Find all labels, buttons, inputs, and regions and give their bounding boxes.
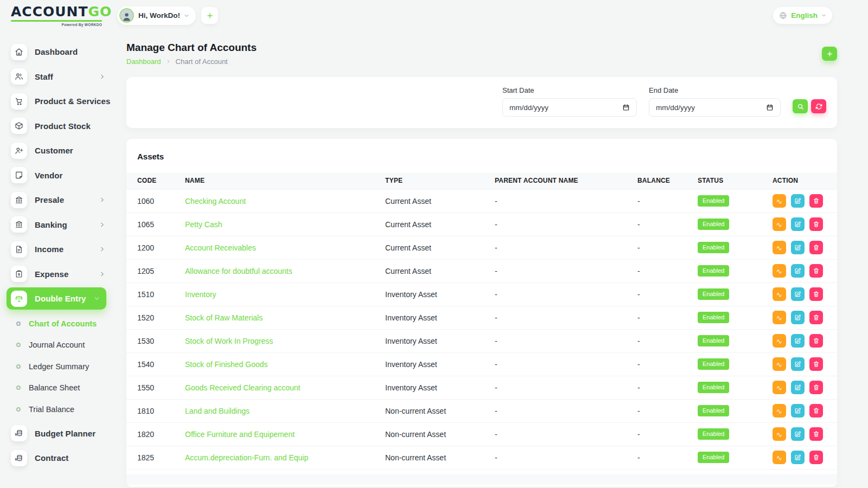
ledger-view-button[interactable]	[773, 194, 786, 208]
account-name-link[interactable]: Stock of Raw Materials	[185, 313, 263, 322]
status-badge: Enabled	[698, 382, 729, 393]
account-name-link[interactable]: Account Receivables	[185, 243, 256, 252]
sidebar-subitem[interactable]: Chart of Accounts	[0, 313, 114, 335]
bullet-icon	[16, 364, 21, 369]
wave-icon	[776, 407, 783, 414]
user-menu[interactable]: Hi, WorkDo!	[117, 7, 196, 25]
table-column-header: CODE	[126, 172, 185, 189]
end-date-input[interactable]: mm/dd/yyyy	[649, 98, 781, 117]
ledger-view-button[interactable]	[773, 311, 786, 324]
create-account-button[interactable]	[822, 47, 837, 61]
delete-button[interactable]	[809, 264, 823, 278]
sidebar-item[interactable]: Banking	[0, 213, 114, 237]
delete-button[interactable]	[809, 287, 823, 301]
calendar-icon[interactable]	[622, 104, 630, 111]
sidebar-subitem[interactable]: Trial Balance	[0, 399, 114, 420]
edit-button[interactable]	[791, 194, 805, 208]
edit-button[interactable]	[791, 264, 805, 278]
edit-button[interactable]	[791, 241, 805, 254]
delete-button[interactable]	[809, 427, 823, 441]
cell-type: Inventory Asset	[385, 329, 495, 352]
edit-button[interactable]	[791, 311, 805, 324]
sidebar-item[interactable]: Expense	[0, 262, 114, 287]
row-actions	[773, 264, 837, 278]
brand-underline	[11, 20, 102, 22]
edit-icon	[794, 337, 801, 344]
cell-parent-account: -	[495, 306, 637, 329]
delete-button[interactable]	[809, 241, 823, 254]
account-name-link[interactable]: Allowance for doubtful accounts	[185, 267, 292, 275]
cell-type: Inventory Asset	[385, 306, 495, 329]
language-selector[interactable]: English	[773, 7, 832, 24]
edit-button[interactable]	[791, 217, 805, 231]
ledger-view-button[interactable]	[773, 287, 786, 301]
delete-button[interactable]	[809, 357, 823, 371]
bullet-icon	[16, 407, 21, 412]
sidebar-item[interactable]: Presale	[0, 188, 114, 213]
account-name-link[interactable]: Inventory	[185, 290, 216, 299]
sidebar-item[interactable]: Product Stock	[0, 114, 114, 139]
sidebar-item[interactable]: Dashboard	[0, 40, 114, 65]
sidebar-item[interactable]: Income	[0, 237, 114, 262]
brand-logo[interactable]: ACCOUNTGO Powered By WORKDO	[11, 5, 102, 27]
delete-button[interactable]	[809, 334, 823, 348]
apply-filter-button[interactable]	[793, 99, 808, 113]
account-name-link[interactable]: Stock of Work In Progress	[185, 337, 273, 345]
delete-button[interactable]	[809, 451, 823, 464]
end-date-label: End Date	[649, 86, 781, 94]
chevron-down-icon	[184, 13, 189, 18]
sidebar-item[interactable]: Staff	[0, 65, 114, 89]
sidebar-item[interactable]: Product & Services	[0, 89, 114, 114]
ledger-view-button[interactable]	[773, 451, 786, 464]
delete-button[interactable]	[809, 217, 823, 231]
cell-balance: -	[637, 236, 698, 259]
edit-button[interactable]	[791, 451, 805, 464]
ledger-view-button[interactable]	[773, 241, 786, 254]
sidebar-item[interactable]: Double Entry	[7, 287, 106, 310]
wave-icon	[776, 337, 783, 344]
ledger-view-button[interactable]	[773, 357, 786, 371]
chevron-right-icon	[166, 59, 171, 64]
edit-button[interactable]	[791, 404, 805, 418]
row-actions	[773, 357, 837, 371]
delete-button[interactable]	[809, 194, 823, 208]
edit-icon	[794, 454, 801, 461]
sidebar-subitem[interactable]: Journal Account	[0, 335, 114, 356]
edit-button[interactable]	[791, 381, 805, 394]
sidebar-item[interactable]: Budget Planner	[0, 421, 114, 446]
table-column-header: ACTION	[773, 172, 837, 189]
account-name-link[interactable]: Land and Buildings	[185, 407, 250, 415]
account-name-link[interactable]: Accum.depreciation-Furn. and Equip	[185, 453, 308, 462]
sidebar-item[interactable]: Vendor	[0, 163, 114, 188]
account-name-link[interactable]: Office Furniture and Equipement	[185, 430, 295, 439]
quick-add-button[interactable]	[201, 7, 218, 24]
edit-button[interactable]	[791, 334, 805, 348]
cell-parent-account: -	[495, 446, 637, 469]
ledger-view-button[interactable]	[773, 404, 786, 418]
start-date-input[interactable]: mm/dd/yyyy	[502, 98, 637, 117]
row-actions	[773, 451, 837, 464]
calendar-icon[interactable]	[766, 104, 774, 111]
ledger-view-button[interactable]	[773, 264, 786, 278]
account-name-link[interactable]: Stock of Finished Goods	[185, 360, 268, 369]
sidebar-item[interactable]: Customer	[0, 138, 114, 163]
sidebar-subitem[interactable]: Balance Sheet	[0, 377, 114, 399]
ledger-view-button[interactable]	[773, 334, 786, 348]
reset-filter-button[interactable]	[811, 99, 826, 113]
account-name-link[interactable]: Goods Received Clearing account	[185, 383, 300, 392]
ledger-view-button[interactable]	[773, 381, 786, 394]
delete-button[interactable]	[809, 381, 823, 394]
sidebar-item[interactable]: Contract	[0, 446, 114, 471]
edit-button[interactable]	[791, 427, 805, 441]
account-name-link[interactable]: Petty Cash	[185, 220, 222, 229]
wave-icon	[776, 197, 783, 204]
ledger-view-button[interactable]	[773, 217, 786, 231]
breadcrumb-dashboard-link[interactable]: Dashboard	[126, 57, 161, 66]
sidebar-subitem[interactable]: Ledger Summary	[0, 356, 114, 377]
delete-button[interactable]	[809, 311, 823, 324]
account-name-link[interactable]: Checking Account	[185, 197, 246, 206]
ledger-view-button[interactable]	[773, 427, 786, 441]
edit-button[interactable]	[791, 357, 805, 371]
edit-button[interactable]	[791, 287, 805, 301]
delete-button[interactable]	[809, 404, 823, 418]
